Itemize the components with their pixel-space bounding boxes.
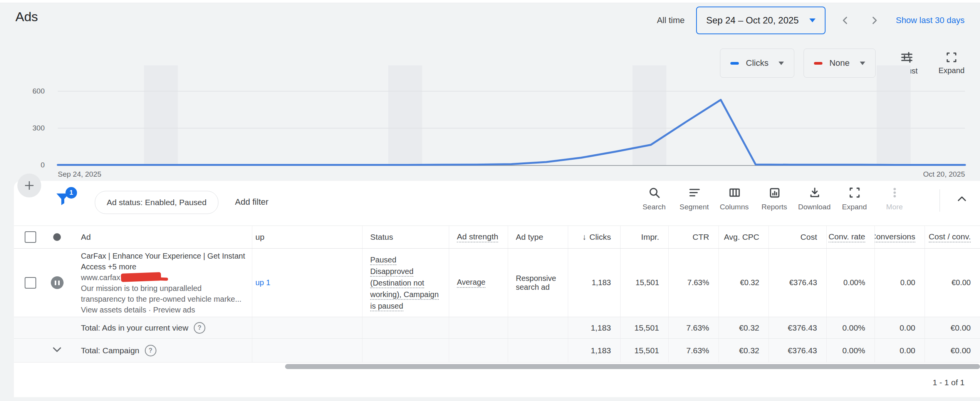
- expand-total-button[interactable]: [50, 343, 64, 358]
- collapse-table-button[interactable]: [955, 192, 968, 207]
- column-label-ad: Ad: [81, 232, 91, 242]
- filter-chip-ad-status[interactable]: Ad status: Enabled, Paused: [95, 191, 218, 214]
- add-ad-button[interactable]: [17, 174, 41, 197]
- download-button[interactable]: Download: [794, 186, 834, 211]
- header-cell-strength[interactable]: Ad strength: [449, 226, 508, 248]
- search-icon: [648, 186, 661, 200]
- total-row-current-view: Total: Ads in your current view?1,18315,…: [14, 317, 980, 339]
- metric2-color-dash: [814, 62, 822, 65]
- total-label: Total: Ads in your current view?: [81, 322, 205, 334]
- header-cell-adgroup[interactable]: up: [252, 226, 362, 248]
- dropdown-caret-icon: [860, 62, 865, 65]
- ad-status-text: PausedDisapproved (Destination not worki…: [370, 254, 441, 312]
- help-icon[interactable]: ?: [194, 322, 205, 334]
- columns-button[interactable]: Columns: [714, 186, 754, 211]
- header-cell-conversions[interactable]: Conversions: [874, 226, 925, 248]
- add-filter-button[interactable]: Add filter: [235, 191, 268, 213]
- date-range-value: Sep 24 – Oct 20, 2025: [706, 15, 799, 26]
- chevron-right-icon: [869, 15, 880, 26]
- header-cell-select[interactable]: [14, 226, 43, 248]
- action-label: Expand: [842, 203, 867, 211]
- row-checkbox[interactable]: [25, 277, 36, 289]
- header-cell-status[interactable]: Status: [362, 226, 449, 248]
- weekend-band: [877, 65, 911, 165]
- total-cell-ctr: 7.63%: [668, 317, 718, 338]
- row-cell-impr: 15,501: [620, 249, 668, 317]
- header-cell-cpc[interactable]: Avg. CPC: [718, 226, 769, 248]
- reports-button[interactable]: Reports: [754, 186, 794, 211]
- filter-button[interactable]: 1: [54, 190, 74, 210]
- clicks-line-chart: [0, 65, 980, 181]
- total-cell-strength: [449, 339, 508, 362]
- action-label: Download: [798, 203, 831, 211]
- header-cell-cost[interactable]: Cost: [769, 226, 826, 248]
- pagination-label: 1 - 1 of 1: [933, 378, 965, 387]
- total-cell-costconv: €0.00: [925, 317, 980, 338]
- header-cell-ad[interactable]: Ad: [71, 226, 252, 248]
- total-metric-costconv: €0.00: [950, 346, 971, 355]
- total-metric-clicks: 1,183: [591, 346, 611, 355]
- metric1-color-dash: [730, 62, 739, 65]
- action-label: More: [886, 203, 903, 211]
- total-cell-status: [362, 317, 449, 338]
- search-button[interactable]: Search: [634, 186, 674, 211]
- show-last-30-days-link[interactable]: Show last 30 days: [896, 15, 965, 25]
- column-label-convrate: Conv. rate: [829, 232, 865, 242]
- table-header-row: AdupStatusAd strengthAd type↓ClicksImpr.…: [14, 226, 980, 249]
- metric-cost: €376.43: [789, 278, 817, 287]
- total-metric-convrate: 0.00%: [842, 323, 865, 332]
- ad-group-link[interactable]: up 1: [255, 278, 270, 287]
- more-button: More: [874, 186, 915, 211]
- row-cell-status: PausedDisapproved (Destination not worki…: [362, 249, 449, 317]
- ad-description: Our mission is to bring unparalleled tra…: [81, 284, 242, 303]
- expand-button[interactable]: Expand: [834, 186, 874, 211]
- total-metric-convrate: 0.00%: [842, 346, 865, 355]
- total-cell-status-dot: [43, 317, 71, 338]
- weekend-band: [633, 65, 666, 165]
- total-cell-conversions: 0.00: [874, 317, 925, 338]
- total-cell-adgroup: [252, 317, 362, 338]
- header-cell-clicks[interactable]: ↓Clicks: [568, 226, 620, 248]
- total-label-text: Total: Ads in your current view: [81, 323, 188, 332]
- toolbar-divider: [940, 189, 940, 212]
- row-cell-ad: CarFax | Enhance Your Experience | Get I…: [71, 249, 252, 317]
- ad-links[interactable]: View assets details · Preview ads: [81, 306, 195, 314]
- chevron-up-icon: [955, 192, 968, 206]
- segment-button[interactable]: Segment: [674, 186, 714, 211]
- row-cell-adtype: Responsive search ad: [508, 249, 568, 317]
- date-preset-label: All time: [657, 15, 685, 25]
- select-all-checkbox[interactable]: [25, 231, 36, 243]
- date-range-selector[interactable]: Sep 24 – Oct 20, 2025: [696, 7, 826, 34]
- header-cell-status-dot[interactable]: [43, 226, 71, 248]
- paused-status-icon: [51, 276, 64, 289]
- ads-table-panel: 1 Ad status: Enabled, Paused Add filter …: [14, 181, 980, 397]
- row-cell-cpc: €0.32: [718, 249, 769, 317]
- horizontal-scrollbar-thumb[interactable]: [285, 364, 980, 369]
- y-tick-label: 600: [15, 87, 45, 95]
- total-cell-cost: €376.43: [769, 317, 826, 338]
- previous-period-button[interactable]: [839, 15, 851, 26]
- header-cell-costconv[interactable]: Cost / conv.: [925, 226, 980, 248]
- metric-impr: 15,501: [636, 278, 659, 287]
- help-icon[interactable]: ?: [145, 345, 156, 356]
- header-cell-adtype[interactable]: Ad type: [508, 226, 568, 248]
- total-metric-clicks: 1,183: [591, 323, 611, 332]
- filter-count-badge: 1: [65, 187, 77, 199]
- total-cell-strength: [449, 317, 508, 338]
- next-period-button[interactable]: [869, 15, 880, 26]
- header-cell-impr[interactable]: Impr.: [620, 226, 668, 248]
- header-cell-convrate[interactable]: Conv. rate: [826, 226, 874, 248]
- total-cell-adtype: [508, 339, 568, 362]
- total-cell-select: [14, 317, 43, 338]
- clicks-line: [58, 100, 965, 165]
- total-cell-select: [14, 339, 43, 362]
- date-range-bar: All time Sep 24 – Oct 20, 2025 Show last…: [657, 6, 965, 35]
- column-label-adgroup: up: [255, 232, 264, 242]
- metric-clicks: 1,183: [592, 278, 611, 287]
- row-cell-cost: €376.43: [769, 249, 826, 317]
- ad-more-link[interactable]: +5 more: [108, 262, 136, 271]
- header-cell-ctr[interactable]: CTR: [668, 226, 718, 248]
- columns-icon: [728, 186, 741, 200]
- ad-strength-value: Average: [457, 278, 485, 288]
- table-row: CarFax | Enhance Your Experience | Get I…: [14, 249, 980, 317]
